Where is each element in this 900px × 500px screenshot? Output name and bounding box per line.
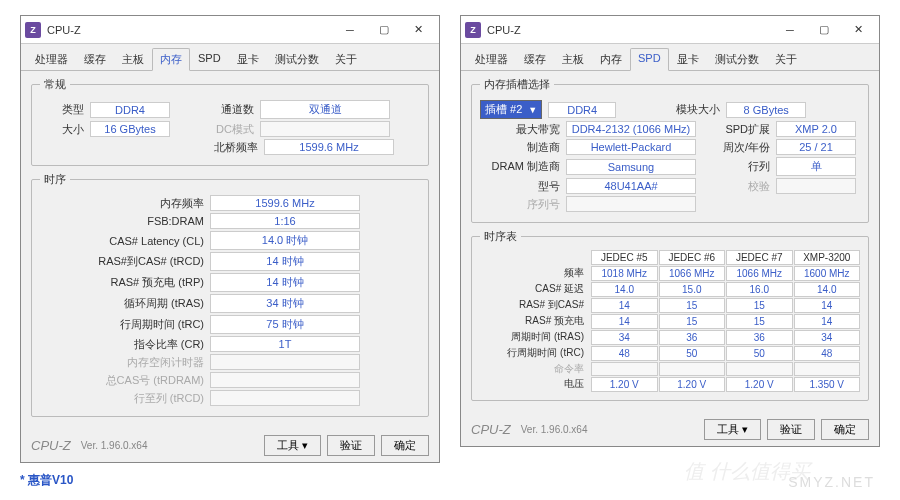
slot-label: 序列号 xyxy=(480,197,566,212)
timing-label: 内存空闲计时器 xyxy=(40,355,210,370)
tabbar: 处理器缓存主板内存SPD显卡测试分数关于 xyxy=(461,44,879,71)
tab-显卡[interactable]: 显卡 xyxy=(229,48,267,70)
tab-关于[interactable]: 关于 xyxy=(327,48,365,70)
slot-value: 48U41AA# xyxy=(566,178,696,194)
timing-label: 循环周期 (tRAS) xyxy=(40,296,210,311)
titlebar[interactable]: Z CPU-Z ─ ▢ ✕ xyxy=(461,16,879,44)
timing-value xyxy=(210,390,360,406)
chevron-down-icon: ▼ xyxy=(528,105,537,115)
brand: CPU-Z xyxy=(471,422,511,437)
maximize-button[interactable]: ▢ xyxy=(807,18,841,42)
tab-关于[interactable]: 关于 xyxy=(767,48,805,70)
slot-selector[interactable]: 插槽 #2▼ xyxy=(480,100,542,119)
tab-缓存[interactable]: 缓存 xyxy=(516,48,554,70)
table-cell: 50 xyxy=(659,346,726,361)
version: Ver. 1.96.0.x64 xyxy=(521,424,698,435)
table-header: JEDEC #6 xyxy=(659,250,726,265)
slot-value xyxy=(566,196,696,212)
caption: * 惠普V10 xyxy=(20,472,73,489)
ok-button[interactable]: 确定 xyxy=(821,419,869,440)
table-cell: 48 xyxy=(794,346,861,361)
slot-label: 型号 xyxy=(480,179,566,194)
timings-group: 时序 内存频率1599.6 MHzFSB:DRAM1:16CAS# Latenc… xyxy=(31,172,429,417)
slot-value: 25 / 21 xyxy=(776,139,856,155)
slot-value xyxy=(776,178,856,194)
tab-显卡[interactable]: 显卡 xyxy=(669,48,707,70)
table-header: XMP-3200 xyxy=(794,250,861,265)
footer: CPU-Z Ver. 1.96.0.x64 工具 ▾ 验证 确定 xyxy=(461,413,879,446)
table-cell: 16.0 xyxy=(726,282,793,297)
nbfreq-label: 北桥频率 xyxy=(174,140,264,155)
general-legend: 常规 xyxy=(40,77,70,92)
validate-button[interactable]: 验证 xyxy=(327,435,375,456)
tab-测试分数[interactable]: 测试分数 xyxy=(267,48,327,70)
watermark-smyz: SMYZ.NET xyxy=(788,474,875,490)
titlebar[interactable]: Z CPU-Z ─ ▢ ✕ xyxy=(21,16,439,44)
table-cell: 14.0 xyxy=(591,282,658,297)
table-header: JEDEC #7 xyxy=(726,250,793,265)
tools-button[interactable]: 工具 ▾ xyxy=(264,435,321,456)
tab-处理器[interactable]: 处理器 xyxy=(27,48,76,70)
tab-内存[interactable]: 内存 xyxy=(592,48,630,70)
size-value: 16 GBytes xyxy=(90,121,170,137)
timing-value: 1T xyxy=(210,336,360,352)
size-label: 大小 xyxy=(40,122,90,137)
tab-处理器[interactable]: 处理器 xyxy=(467,48,516,70)
timing-value: 75 时钟 xyxy=(210,315,360,334)
minimize-button[interactable]: ─ xyxy=(773,18,807,42)
maximize-button[interactable]: ▢ xyxy=(367,18,401,42)
table-cell: 15 xyxy=(659,298,726,313)
table-header: JEDEC #5 xyxy=(591,250,658,265)
minimize-button[interactable]: ─ xyxy=(333,18,367,42)
table-cell: 1600 MHz xyxy=(794,266,861,281)
ok-button[interactable]: 确定 xyxy=(381,435,429,456)
table-cell: 15 xyxy=(659,314,726,329)
table-row-label: 命令率 xyxy=(480,362,590,376)
table-cell: 14 xyxy=(794,298,861,313)
tab-主板[interactable]: 主板 xyxy=(114,48,152,70)
table-row-label: 周期时间 (tRAS) xyxy=(480,330,590,345)
slot-label: 校验 xyxy=(696,179,776,194)
timing-value xyxy=(210,372,360,388)
table-cell: 14 xyxy=(591,314,658,329)
timing-value xyxy=(210,354,360,370)
timing-label: 指令比率 (CR) xyxy=(40,337,210,352)
validate-button[interactable]: 验证 xyxy=(767,419,815,440)
timings-legend: 时序 xyxy=(40,172,70,187)
table-row-label: RAS# 预充电 xyxy=(480,314,590,329)
close-button[interactable]: ✕ xyxy=(841,18,875,42)
timing-value: 1:16 xyxy=(210,213,360,229)
tab-SPD[interactable]: SPD xyxy=(190,48,229,70)
type-label: 类型 xyxy=(40,102,90,117)
tools-button[interactable]: 工具 ▾ xyxy=(704,419,761,440)
table-cell: 15 xyxy=(726,298,793,313)
table-row-label: CAS# 延迟 xyxy=(480,282,590,297)
window-title: CPU-Z xyxy=(487,24,773,36)
tab-内存[interactable]: 内存 xyxy=(152,48,190,71)
timing-value: 34 时钟 xyxy=(210,294,360,313)
table-cell xyxy=(794,362,861,376)
slot-label: 制造商 xyxy=(480,140,566,155)
timing-label: 内存频率 xyxy=(40,196,210,211)
close-button[interactable]: ✕ xyxy=(401,18,435,42)
table-cell: 14 xyxy=(591,298,658,313)
table-row-label: 频率 xyxy=(480,266,590,281)
table-cell: 1018 MHz xyxy=(591,266,658,281)
table-cell xyxy=(591,362,658,376)
timing-value: 14.0 时钟 xyxy=(210,231,360,250)
slot-legend: 内存插槽选择 xyxy=(480,77,554,92)
tabbar: 处理器缓存主板内存SPD显卡测试分数关于 xyxy=(21,44,439,71)
slot-value: Hewlett-Packard xyxy=(566,139,696,155)
timing-label: 行周期时间 (tRC) xyxy=(40,317,210,332)
cpuz-window-memory: Z CPU-Z ─ ▢ ✕ 处理器缓存主板内存SPD显卡测试分数关于 常规 类型… xyxy=(20,15,440,463)
tab-测试分数[interactable]: 测试分数 xyxy=(707,48,767,70)
tab-SPD[interactable]: SPD xyxy=(630,48,669,71)
tab-缓存[interactable]: 缓存 xyxy=(76,48,114,70)
slot-value: DDR4-2132 (1066 MHz) xyxy=(566,121,696,137)
table-row-label: RAS# 到CAS# xyxy=(480,298,590,313)
table-cell: 34 xyxy=(794,330,861,345)
tab-主板[interactable]: 主板 xyxy=(554,48,592,70)
table-row-label: 行周期时间 (tRC) xyxy=(480,346,590,361)
table-cell xyxy=(659,362,726,376)
slot-type: DDR4 xyxy=(548,102,616,118)
